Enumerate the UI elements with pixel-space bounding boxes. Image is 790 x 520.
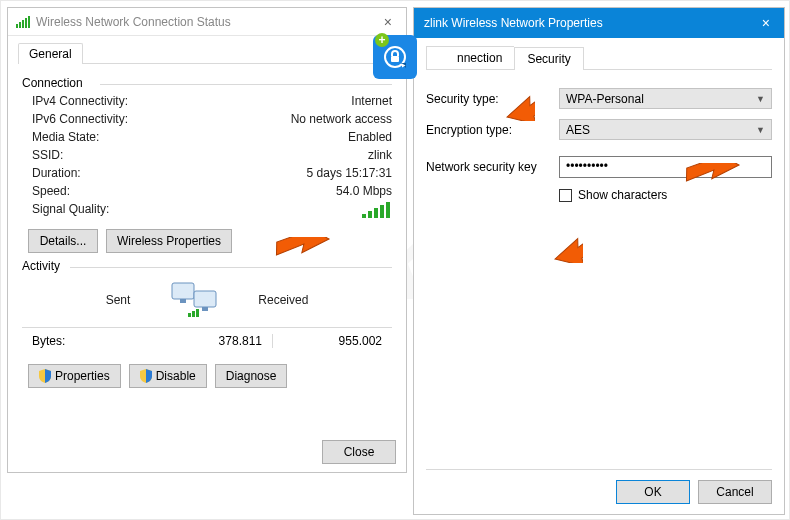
bytes-received-value: 955.002 bbox=[312, 334, 382, 348]
signal-quality-label: Signal Quality: bbox=[32, 202, 109, 221]
svg-rect-4 bbox=[28, 16, 30, 28]
properties-button-label: Properties bbox=[55, 369, 110, 383]
encryption-type-label: Encryption type: bbox=[426, 123, 551, 137]
signal-icon bbox=[16, 16, 30, 28]
wireless-properties-window: zlink Wireless Network Properties × nnec… bbox=[413, 7, 785, 515]
properties-tabs: nnection Security bbox=[426, 46, 772, 69]
svg-rect-8 bbox=[202, 307, 208, 311]
properties-title: zlink Wireless Network Properties bbox=[424, 16, 603, 30]
status-tabs: General bbox=[8, 36, 406, 63]
bytes-label: Bytes: bbox=[32, 334, 142, 348]
encryption-type-value: AES bbox=[566, 123, 590, 137]
security-type-label: Security type: bbox=[426, 92, 551, 106]
chevron-down-icon: ▼ bbox=[756, 94, 765, 104]
svg-rect-9 bbox=[188, 313, 191, 317]
svg-rect-10 bbox=[192, 311, 195, 317]
chevron-down-icon: ▼ bbox=[756, 125, 765, 135]
svg-rect-6 bbox=[180, 299, 186, 303]
network-key-label: Network security key bbox=[426, 160, 551, 174]
sent-label: Sent bbox=[106, 293, 131, 307]
close-button[interactable]: Close bbox=[322, 440, 396, 464]
disable-button-label: Disable bbox=[156, 369, 196, 383]
show-characters-checkbox[interactable] bbox=[559, 189, 572, 202]
ipv4-value: Internet bbox=[351, 94, 392, 108]
tab-security[interactable]: Security bbox=[514, 47, 583, 70]
ipv4-label: IPv4 Connectivity: bbox=[32, 94, 128, 108]
speed-label: Speed: bbox=[32, 184, 70, 198]
duration-label: Duration: bbox=[32, 166, 81, 180]
properties-titlebar: zlink Wireless Network Properties × bbox=[414, 8, 784, 38]
speed-value: 54.0 Mbps bbox=[336, 184, 392, 198]
status-title: Wireless Network Connection Status bbox=[36, 15, 231, 29]
signal-quality-bars bbox=[362, 202, 392, 221]
cancel-button[interactable]: Cancel bbox=[698, 480, 772, 504]
received-label: Received bbox=[258, 293, 308, 307]
tab-connection[interactable]: nnection bbox=[426, 46, 514, 69]
properties-button[interactable]: Properties bbox=[28, 364, 121, 388]
status-titlebar: Wireless Network Connection Status × bbox=[8, 8, 406, 36]
ipv6-label: IPv6 Connectivity: bbox=[32, 112, 128, 126]
security-type-dropdown[interactable]: WPA-Personal ▼ bbox=[559, 88, 772, 109]
encryption-type-dropdown[interactable]: AES ▼ bbox=[559, 119, 772, 140]
network-security-key-input[interactable]: •••••••••• bbox=[559, 156, 772, 178]
diagnose-button[interactable]: Diagnose bbox=[215, 364, 288, 388]
ssid-value: zlink bbox=[368, 148, 392, 162]
signal-bars-icon bbox=[362, 202, 392, 218]
shield-icon bbox=[140, 369, 152, 383]
connection-legend: Connection bbox=[22, 76, 392, 90]
ipv6-value: No network access bbox=[291, 112, 392, 126]
svg-rect-5 bbox=[172, 283, 194, 299]
svg-rect-7 bbox=[194, 291, 216, 307]
lock-badge-icon bbox=[373, 35, 417, 79]
activity-legend: Activity bbox=[22, 259, 392, 273]
show-characters-label: Show characters bbox=[578, 188, 667, 202]
media-label: Media State: bbox=[32, 130, 99, 144]
security-type-value: WPA-Personal bbox=[566, 92, 644, 106]
close-icon[interactable]: × bbox=[758, 15, 774, 31]
svg-rect-2 bbox=[22, 20, 24, 28]
bytes-sent-value: 378.811 bbox=[142, 334, 262, 348]
shield-icon bbox=[39, 369, 51, 383]
wireless-properties-button[interactable]: Wireless Properties bbox=[106, 229, 232, 253]
media-value: Enabled bbox=[348, 130, 392, 144]
svg-rect-13 bbox=[391, 56, 399, 62]
activity-monitors-icon bbox=[170, 281, 218, 319]
svg-rect-3 bbox=[25, 18, 27, 28]
ok-button[interactable]: OK bbox=[616, 480, 690, 504]
close-icon[interactable]: × bbox=[378, 14, 398, 30]
svg-rect-11 bbox=[196, 309, 199, 317]
duration-value: 5 days 15:17:31 bbox=[307, 166, 392, 180]
disable-button[interactable]: Disable bbox=[129, 364, 207, 388]
tab-general[interactable]: General bbox=[18, 43, 83, 64]
wireless-status-window: Wireless Network Connection Status × Gen… bbox=[7, 7, 407, 473]
svg-rect-1 bbox=[19, 22, 21, 28]
svg-rect-0 bbox=[16, 24, 18, 28]
details-button[interactable]: Details... bbox=[28, 229, 98, 253]
ssid-label: SSID: bbox=[32, 148, 63, 162]
